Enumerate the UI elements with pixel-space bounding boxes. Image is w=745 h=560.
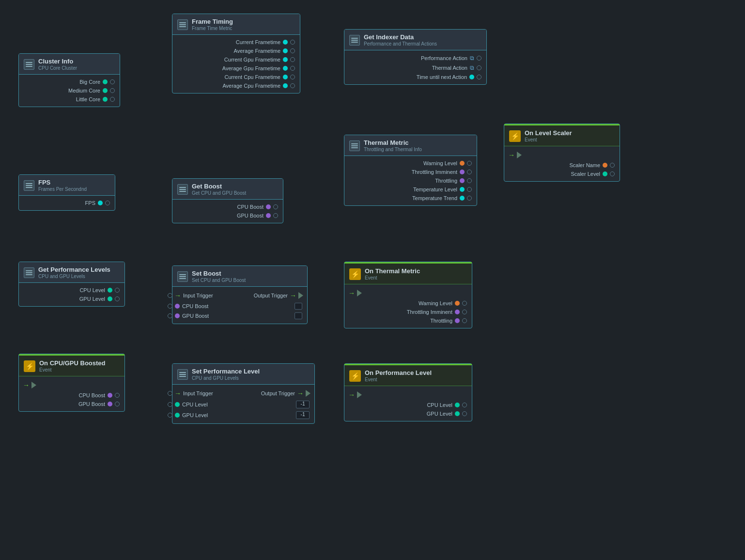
set-performance-level-body: → Input Trigger Output Trigger → CPU Lev… xyxy=(172,385,314,423)
on-cpu-gpu-boosted-trigger[interactable] xyxy=(31,382,36,389)
on-level-scaler-trigger[interactable] xyxy=(517,152,522,158)
thermal-throttling-out[interactable] xyxy=(462,318,467,323)
thermal-throttling-imminent-out[interactable] xyxy=(462,310,467,314)
performance-action-label: Performance Action xyxy=(351,55,467,61)
set-boost-header: Set Boost Set CPU and GPU Boost xyxy=(172,266,307,287)
scaler-name-out[interactable] xyxy=(610,163,615,168)
on-performance-level-trigger-row: → xyxy=(344,389,472,401)
medium-core-out[interactable] xyxy=(110,88,115,93)
average-gpu-frametime-row: Average Gpu Frametime xyxy=(172,64,300,73)
perf-cpu-level-out[interactable] xyxy=(462,403,467,407)
set-perf-output-arrow: → xyxy=(297,389,304,397)
set-boost-cpu-label: CPU Boost xyxy=(182,303,292,309)
temperature-trend-label: Temperature Trend xyxy=(351,195,457,201)
average-cpu-frametime-label: Average Cpu Frametime xyxy=(179,83,280,89)
temperature-level-out[interactable] xyxy=(467,187,472,192)
on-level-scaler-subtitle: Event xyxy=(525,137,572,143)
warning-level-out[interactable] xyxy=(467,161,472,166)
little-core-label: Little Core xyxy=(26,96,100,102)
on-performance-level-trigger[interactable] xyxy=(357,391,362,398)
gpu-boost-out-dot xyxy=(266,213,271,218)
on-performance-level-icon: ⚡ xyxy=(349,370,361,382)
throttling-imminent-dot xyxy=(460,170,465,174)
perf-gpu-level-out[interactable] xyxy=(462,411,467,416)
fps-out[interactable] xyxy=(105,201,110,205)
average-cpu-frametime-out[interactable] xyxy=(290,83,295,88)
current-gpu-frametime-out[interactable] xyxy=(290,57,295,62)
set-boost-trigger-out[interactable] xyxy=(298,292,303,299)
perf-gpu-level-label: GPU Level xyxy=(351,411,452,417)
on-thermal-metric-trigger[interactable] xyxy=(357,290,362,296)
on-performance-level-body: → CPU Level GPU Level xyxy=(344,386,472,421)
current-cpu-frametime-out[interactable] xyxy=(290,75,295,79)
get-boost-subtitle: Get CPU and GPU Boost xyxy=(192,190,246,196)
average-frametime-label: Average Frametime xyxy=(179,48,280,54)
temperature-trend-out[interactable] xyxy=(467,196,472,201)
thermal-throttling-imminent-label: Throttling Imminent xyxy=(351,309,452,315)
on-cpu-boost-out[interactable] xyxy=(115,393,120,398)
frame-timing-node: Frame Timing Frame Time Metric Current F… xyxy=(172,14,300,93)
average-frametime-out[interactable] xyxy=(290,48,295,53)
get-indexer-data-header: Get Indexer Data Performance and Thermal… xyxy=(344,30,486,50)
thermal-action-out[interactable] xyxy=(477,65,481,70)
cpu-boost-out-row: CPU Boost xyxy=(172,202,283,211)
scaler-name-label: Scaler Name xyxy=(511,162,600,168)
cpu-boost-out[interactable] xyxy=(273,204,278,209)
get-boost-node: Get Boost Get CPU and GPU Boost CPU Boos… xyxy=(172,178,283,223)
set-boost-gpu-checkbox[interactable] xyxy=(295,312,302,319)
big-core-out[interactable] xyxy=(110,79,115,84)
medium-core-row: Medium Core xyxy=(19,86,120,95)
time-until-action-out[interactable] xyxy=(477,75,481,79)
set-perf-trigger-in[interactable] xyxy=(168,391,172,396)
scaler-level-out[interactable] xyxy=(610,171,615,176)
frame-timing-header: Frame Timing Frame Time Metric xyxy=(172,14,300,35)
temperature-trend-row: Temperature Trend xyxy=(344,194,477,202)
thermal-metric-title: Thermal Metric xyxy=(364,139,422,147)
on-performance-level-header: ⚡ On Performance Level Event xyxy=(344,365,472,386)
on-cpu-gpu-boosted-icon: ⚡ xyxy=(24,360,35,372)
gpu-level-out[interactable] xyxy=(115,296,120,301)
throttling-label: Throttling xyxy=(351,178,457,184)
performance-action-row: Performance Action ⧉ xyxy=(344,53,486,63)
performance-action-out[interactable] xyxy=(477,56,481,61)
average-cpu-frametime-row: Average Cpu Frametime xyxy=(172,81,300,90)
set-perf-input-trigger-label: Input Trigger xyxy=(183,390,213,396)
temperature-level-row: Temperature Level xyxy=(344,185,477,194)
perf-cpu-level-label: CPU Level xyxy=(351,402,452,408)
set-boost-trigger-in[interactable] xyxy=(168,293,172,298)
thermal-warning-level-out[interactable] xyxy=(462,301,467,306)
set-perf-cpu-in[interactable] xyxy=(168,402,172,407)
set-boost-gpu-in[interactable] xyxy=(168,313,172,318)
set-boost-cpu-in[interactable] xyxy=(168,304,172,309)
on-thermal-metric-arrow: → xyxy=(348,289,355,297)
frame-timing-subtitle: Frame Time Metric xyxy=(192,26,233,31)
set-perf-cpu-value[interactable]: -1 xyxy=(296,401,310,408)
on-cpu-gpu-boosted-title: On CPU/GPU Boosted xyxy=(39,359,106,367)
get-indexer-data-body: Performance Action ⧉ Thermal Action ⧉ Ti… xyxy=(344,50,486,84)
average-gpu-frametime-out[interactable] xyxy=(290,66,295,71)
fps-dot xyxy=(98,201,103,205)
current-frametime-out[interactable] xyxy=(290,40,295,45)
on-thermal-metric-body: → Warning Level Throttling Imminent Thro… xyxy=(344,284,472,328)
get-performance-levels-title: Get Performance Levels xyxy=(38,266,110,274)
warning-level-dot xyxy=(460,161,465,166)
set-perf-gpu-value[interactable]: -1 xyxy=(296,411,310,419)
on-level-scaler-node: ⚡ On Level Scaler Event → Scaler Name Sc… xyxy=(504,124,620,182)
on-level-scaler-header: ⚡ On Level Scaler Event xyxy=(504,125,620,146)
throttling-out[interactable] xyxy=(467,178,472,183)
on-gpu-boost-out[interactable] xyxy=(115,402,120,406)
set-boost-cpu-checkbox[interactable] xyxy=(295,303,302,310)
cpu-level-out[interactable] xyxy=(115,288,120,293)
get-indexer-data-subtitle: Performance and Thermal Actions xyxy=(364,41,437,47)
get-indexer-data-title: Get Indexer Data xyxy=(364,33,437,41)
throttling-imminent-out[interactable] xyxy=(467,170,472,174)
little-core-out[interactable] xyxy=(110,97,115,102)
thermal-warning-level-row: Warning Level xyxy=(344,299,472,308)
set-perf-trigger-out[interactable] xyxy=(306,390,310,397)
cluster-info-header: Cluster Info CPU Core Cluster xyxy=(19,54,120,75)
gpu-boost-out[interactable] xyxy=(273,213,278,218)
temperature-trend-dot xyxy=(460,196,465,201)
cpu-boost-out-dot xyxy=(266,204,271,209)
on-performance-level-title: On Performance Level xyxy=(365,369,432,377)
set-perf-gpu-in[interactable] xyxy=(168,413,172,418)
